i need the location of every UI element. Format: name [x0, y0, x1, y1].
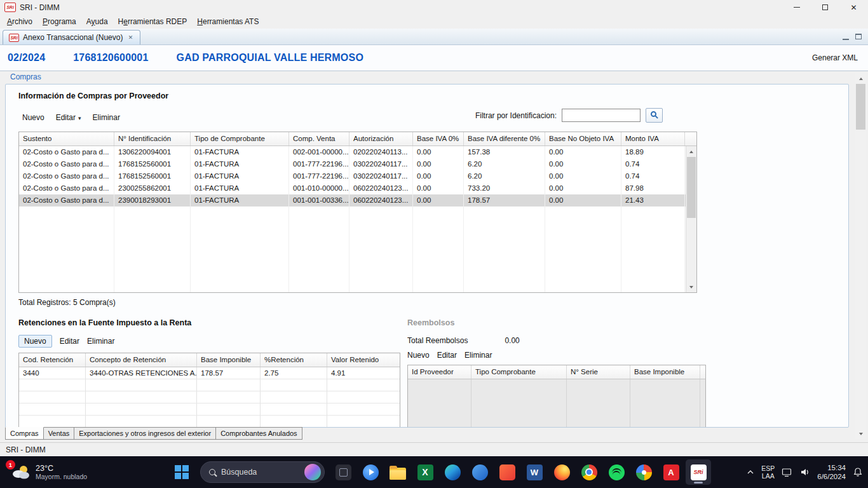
- column-header[interactable]: Comp. Venta: [289, 132, 349, 146]
- column-header[interactable]: Sustento: [19, 132, 114, 146]
- volume-icon[interactable]: [800, 468, 810, 477]
- search-button[interactable]: [646, 108, 663, 123]
- network-icon[interactable]: [782, 468, 793, 477]
- editor-tab-strip: Anexo Transaccional (Nuevo): [0, 29, 868, 45]
- total-registros: Total Registros: 5 Compra(s): [18, 298, 116, 307]
- column-header[interactable]: Autorización: [349, 132, 413, 146]
- table-row[interactable]: 02-Costo o Gasto para d...17681525600010…: [19, 158, 696, 170]
- menu-item-ayuda[interactable]: Ayuda: [81, 16, 113, 27]
- notifications-bell-icon[interactable]: [853, 467, 863, 477]
- reemb-eliminar-button[interactable]: Eliminar: [465, 351, 492, 360]
- notification-badge: 1: [6, 460, 15, 470]
- weather-widget[interactable]: 1 23°C Mayorm. nublado: [6, 461, 91, 483]
- word-taskbar-icon[interactable]: [522, 459, 547, 485]
- generar-xml-button[interactable]: Generar XML: [812, 53, 858, 62]
- clock[interactable]: 15:34 6/6/2024: [817, 463, 846, 481]
- scroll-down-icon[interactable]: [855, 428, 866, 439]
- table-cell: 0.00: [413, 146, 464, 158]
- blue-app-taskbar-icon[interactable]: [467, 459, 492, 485]
- filter-input[interactable]: [562, 109, 641, 122]
- edge-taskbar-icon[interactable]: [440, 459, 465, 485]
- column-header[interactable]: Tipo Comprobante: [471, 365, 567, 379]
- scroll-thumb[interactable]: [687, 157, 696, 218]
- minimize-button[interactable]: [782, 0, 811, 15]
- scroll-up-icon[interactable]: [686, 146, 696, 157]
- reemb-editar-button[interactable]: Editar: [437, 351, 457, 360]
- dark-app-taskbar-icon[interactable]: [330, 459, 356, 485]
- table-row[interactable]: 02-Costo o Gasto para d...13062200940010…: [19, 146, 696, 158]
- column-header[interactable]: Base Imponible: [197, 353, 261, 367]
- column-header[interactable]: N° Identificación: [114, 132, 191, 146]
- minimize-view-icon[interactable]: [843, 34, 849, 40]
- column-header[interactable]: Base No Objeto IVA: [545, 132, 621, 146]
- maximize-view-icon[interactable]: [855, 34, 862, 39]
- table-row[interactable]: 02-Costo o Gasto para d...23002558620010…: [19, 182, 696, 194]
- start-button[interactable]: [169, 459, 194, 485]
- table-cell: [19, 403, 86, 415]
- editar-button[interactable]: Editar: [56, 113, 81, 122]
- media-player-taskbar-icon[interactable]: [358, 459, 383, 485]
- column-header[interactable]: Base IVA 0%: [413, 132, 464, 146]
- firefox-taskbar-icon[interactable]: [549, 459, 574, 485]
- column-header[interactable]: N° Serie: [567, 365, 630, 379]
- menu-item-programa[interactable]: Programa: [37, 16, 81, 27]
- menu-item-herramientas-rdep[interactable]: Herramientas RDEP: [113, 16, 193, 27]
- column-header[interactable]: Monto IVA: [621, 132, 685, 146]
- red-app-taskbar-icon[interactable]: [494, 459, 520, 485]
- bottom-tab-comprobantes-anulados[interactable]: Comprobantes Anulados: [216, 427, 302, 440]
- column-header[interactable]: Id Proveedor: [408, 365, 471, 379]
- column-header[interactable]: Concepto de Retención: [86, 353, 197, 367]
- scroll-down-icon[interactable]: [686, 281, 696, 292]
- reembolsos-table[interactable]: Id ProveedorTipo ComprobanteN° SerieBase…: [407, 365, 706, 428]
- table-cell: [191, 231, 289, 243]
- compras-group: Información de Compras por Proveedor Nue…: [5, 84, 849, 428]
- photos-taskbar-icon[interactable]: [631, 459, 656, 485]
- table-cell: [413, 243, 464, 255]
- sri-taskbar-icon[interactable]: [686, 459, 711, 485]
- table-cell: 001-777-22196...: [289, 170, 349, 182]
- tab-close-icon[interactable]: [126, 34, 134, 41]
- language-indicator[interactable]: ESP LAA: [761, 464, 775, 480]
- app-scrollbar[interactable]: [855, 73, 866, 439]
- column-header[interactable]: Base IVA diferente 0%: [464, 132, 545, 146]
- scroll-thumb[interactable]: [856, 84, 865, 130]
- file-explorer-taskbar-icon[interactable]: [385, 459, 410, 485]
- button-label: Nuevo: [407, 351, 430, 360]
- eliminar-button[interactable]: Eliminar: [93, 113, 120, 122]
- compras-table[interactable]: SustentoN° IdentificaciónTipo de Comprob…: [18, 132, 697, 293]
- compras-table-scrollbar[interactable]: [686, 146, 696, 292]
- close-button[interactable]: [839, 0, 868, 15]
- menu-item-archivo[interactable]: Archivo: [2, 16, 37, 27]
- bottom-tab-ventas[interactable]: Ventas: [44, 427, 75, 440]
- reemb-nuevo-button[interactable]: Nuevo: [407, 351, 430, 360]
- ret-nuevo-button[interactable]: Nuevo: [18, 335, 52, 348]
- table-cell: [197, 403, 261, 415]
- maximize-button[interactable]: [811, 0, 839, 15]
- ret-eliminar-button[interactable]: Eliminar: [87, 337, 114, 346]
- column-header[interactable]: Base Imponible: [630, 365, 700, 379]
- nuevo-button[interactable]: Nuevo: [22, 113, 44, 122]
- bottom-tab-exportaciones-y-otros-ingresos-del-exterior[interactable]: Exportaciones y otros ingresos del exter…: [74, 427, 216, 440]
- column-header[interactable]: Tipo de Comprobante: [191, 132, 289, 146]
- excel-taskbar-icon[interactable]: [412, 459, 438, 485]
- menu-item-herramientas-ats[interactable]: Herramientas ATS: [192, 16, 264, 27]
- table-cell: [191, 207, 289, 219]
- column-header[interactable]: Cod. Retención: [19, 353, 86, 367]
- hidden-icons-chevron[interactable]: [747, 470, 754, 475]
- table-row[interactable]: 02-Costo o Gasto para d...17681525600010…: [19, 170, 696, 182]
- chrome-taskbar-icon[interactable]: [576, 459, 602, 485]
- spotify-taskbar-icon[interactable]: [604, 459, 629, 485]
- acrobat-taskbar-icon[interactable]: [658, 459, 684, 485]
- retenciones-table[interactable]: Cod. RetenciónConcepto de RetenciónBase …: [18, 353, 400, 428]
- search-box[interactable]: Búsqueda: [200, 461, 325, 483]
- table-cell: [630, 391, 700, 403]
- table-row[interactable]: 34403440-OTRAS RETENCIONES A...178.572.7…: [19, 367, 400, 379]
- ret-editar-button[interactable]: Editar: [60, 337, 79, 346]
- tab-anexo-transaccional[interactable]: Anexo Transaccional (Nuevo): [3, 30, 140, 44]
- column-header[interactable]: %Retención: [261, 353, 327, 367]
- column-header[interactable]: Valor Retenido: [327, 353, 400, 367]
- scroll-up-icon[interactable]: [855, 73, 866, 84]
- bottom-tab-compras[interactable]: Compras: [5, 427, 44, 440]
- table-row[interactable]: 02-Costo o Gasto para d...23900182930010…: [19, 194, 696, 207]
- table-cell: [86, 391, 197, 403]
